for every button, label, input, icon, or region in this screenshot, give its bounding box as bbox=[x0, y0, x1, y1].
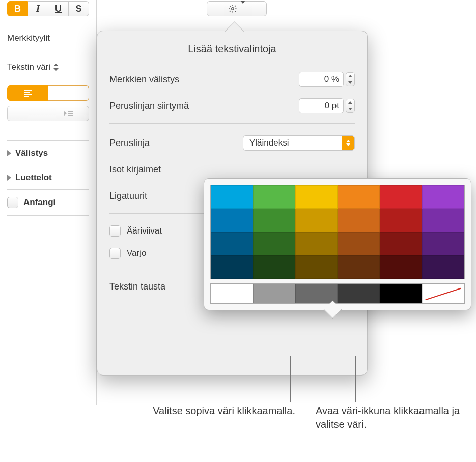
color-swatch[interactable] bbox=[253, 232, 295, 255]
lists-label: Luettelot bbox=[15, 172, 52, 183]
color-swatch[interactable] bbox=[380, 185, 422, 209]
text-background-label: Tekstin tausta bbox=[109, 281, 165, 292]
color-swatch[interactable] bbox=[422, 232, 464, 255]
lists-disclosure[interactable]: Luettelot bbox=[7, 165, 89, 189]
capitalization-label: Isot kirjaimet bbox=[109, 164, 161, 175]
alignment-segmented bbox=[7, 85, 89, 101]
color-swatch[interactable] bbox=[422, 209, 464, 232]
shadow-label: Varjo bbox=[127, 248, 146, 258]
character-spacing-input[interactable]: 0 % bbox=[299, 72, 344, 87]
svg-point-0 bbox=[232, 8, 234, 10]
updown-caret-icon bbox=[52, 64, 60, 71]
color-swatch[interactable] bbox=[338, 232, 380, 255]
updown-caret-icon bbox=[342, 136, 354, 150]
character-spacing-row: Merkkien välistys 0 % bbox=[109, 66, 355, 93]
color-swatch[interactable] bbox=[338, 209, 380, 232]
color-swatch[interactable] bbox=[253, 284, 295, 303]
divider bbox=[109, 123, 355, 124]
baseline-label: Peruslinja bbox=[109, 138, 150, 149]
callout-left: Valitse sopiva väri klikkaamalla. bbox=[112, 404, 295, 418]
align-left-button[interactable] bbox=[7, 85, 48, 101]
color-swatch[interactable] bbox=[380, 255, 422, 279]
gear-icon bbox=[228, 4, 237, 13]
character-styles-row[interactable]: Merkkityylit bbox=[7, 27, 89, 49]
baseline-shift-field: 0 pt bbox=[299, 98, 355, 113]
color-swatch[interactable] bbox=[211, 185, 253, 209]
color-swatch[interactable] bbox=[295, 284, 338, 303]
callout-right: Avaa väri-ikkuna klikkaamalla ja valitse… bbox=[316, 404, 468, 431]
disclosure-triangle-icon bbox=[7, 150, 11, 156]
outdent-button[interactable] bbox=[7, 106, 48, 121]
color-swatch[interactable] bbox=[295, 255, 338, 279]
color-swatch[interactable] bbox=[211, 284, 253, 303]
color-swatch[interactable] bbox=[211, 232, 253, 255]
spacing-label: Välistys bbox=[15, 148, 48, 158]
color-swatch[interactable] bbox=[338, 255, 380, 279]
align-left-icon bbox=[24, 90, 32, 97]
character-spacing-label: Merkkien välistys bbox=[109, 74, 179, 85]
color-swatch[interactable] bbox=[422, 255, 464, 279]
baseline-select[interactable]: Yläindeksi bbox=[243, 135, 355, 151]
divider bbox=[7, 51, 89, 51]
color-swatch[interactable] bbox=[295, 209, 338, 232]
neutral-color-row bbox=[210, 283, 465, 304]
outlines-label: Ääriviivat bbox=[127, 226, 162, 236]
baseline-shift-row: Peruslinjan siirtymä 0 pt bbox=[109, 93, 355, 119]
callout-leader-line bbox=[355, 356, 356, 402]
strikethrough-button[interactable]: S bbox=[69, 1, 89, 16]
strike-glyph: S bbox=[75, 4, 81, 14]
color-swatch[interactable] bbox=[253, 209, 295, 232]
shadow-checkbox[interactable] bbox=[109, 248, 121, 259]
divider bbox=[7, 79, 89, 79]
character-spacing-stepper[interactable] bbox=[346, 72, 355, 86]
indent-segmented bbox=[7, 106, 89, 121]
baseline-row: Peruslinja Yläindeksi bbox=[109, 130, 355, 156]
underline-button[interactable]: U bbox=[48, 1, 69, 16]
spacing-disclosure[interactable]: Välistys bbox=[7, 140, 89, 165]
baseline-shift-label: Peruslinjan siirtymä bbox=[109, 101, 189, 111]
advanced-options-button[interactable] bbox=[207, 1, 267, 16]
baseline-shift-stepper[interactable] bbox=[346, 99, 355, 113]
color-swatch[interactable] bbox=[422, 185, 464, 209]
text-color-label: Tekstin väri bbox=[7, 62, 50, 72]
color-swatch[interactable] bbox=[295, 185, 338, 209]
dropcap-checkbox[interactable] bbox=[7, 197, 18, 208]
indent-icon bbox=[64, 111, 73, 116]
chevron-down-icon bbox=[240, 4, 245, 14]
baseline-shift-input[interactable]: 0 pt bbox=[299, 98, 344, 113]
popover-title: Lisää tekstivalintoja bbox=[109, 43, 355, 55]
color-swatch[interactable] bbox=[338, 185, 380, 209]
italic-glyph: I bbox=[36, 4, 40, 14]
callout-leader-line bbox=[290, 356, 291, 402]
character-spacing-field: 0 % bbox=[299, 72, 355, 87]
color-swatch[interactable] bbox=[295, 232, 338, 255]
character-styles-label: Merkkityylit bbox=[7, 33, 50, 43]
italic-button[interactable]: I bbox=[28, 1, 48, 16]
dropcap-row: Anfangi bbox=[7, 189, 89, 216]
color-swatch[interactable] bbox=[253, 185, 295, 209]
color-swatch[interactable] bbox=[211, 255, 253, 279]
format-sidebar: B I U S Merkkityylit Tekstin väri Välist… bbox=[0, 0, 97, 405]
color-palette-popover bbox=[204, 178, 471, 310]
dropcap-label: Anfangi bbox=[23, 197, 55, 208]
color-swatch[interactable] bbox=[380, 209, 422, 232]
ligatures-label: Ligatuurit bbox=[109, 191, 147, 201]
no-color-swatch[interactable] bbox=[422, 284, 464, 303]
text-color-row[interactable]: Tekstin väri bbox=[7, 57, 89, 77]
bold-glyph: B bbox=[14, 4, 21, 14]
color-swatch[interactable] bbox=[338, 284, 380, 303]
disclosure-triangle-icon bbox=[7, 175, 11, 181]
align-center-button[interactable] bbox=[48, 85, 89, 101]
outlines-checkbox[interactable] bbox=[109, 225, 121, 237]
baseline-select-value: Yläindeksi bbox=[249, 138, 289, 148]
color-swatch[interactable] bbox=[380, 284, 422, 303]
text-style-segmented: B I U S bbox=[7, 1, 89, 16]
color-swatch[interactable] bbox=[211, 209, 253, 232]
bold-button[interactable]: B bbox=[7, 1, 28, 16]
color-swatch[interactable] bbox=[380, 232, 422, 255]
underline-glyph: U bbox=[55, 4, 62, 14]
indent-button[interactable] bbox=[48, 106, 89, 121]
color-grid bbox=[210, 185, 465, 279]
color-swatch[interactable] bbox=[253, 255, 295, 279]
